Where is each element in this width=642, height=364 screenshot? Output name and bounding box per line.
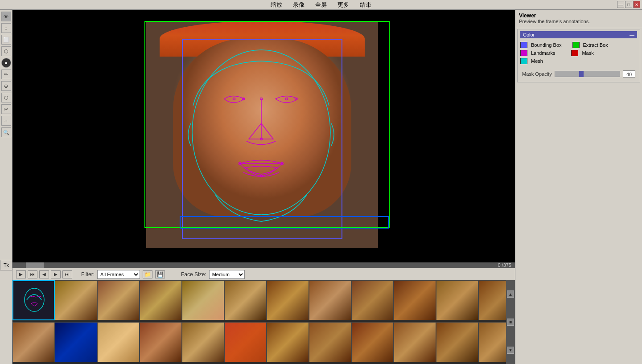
play-button[interactable]: ▶ xyxy=(16,270,26,278)
filter-select[interactable]: All Frames Detected Only Not Detected xyxy=(97,270,140,279)
thumbnail-23[interactable] xyxy=(394,322,436,362)
mask-opacity-value: 40 xyxy=(623,70,635,78)
extract-box-swatch xyxy=(572,42,580,48)
color-row-1: Bounding Box Extract Box xyxy=(520,42,637,48)
mask-opacity-row: Mask Opacity 40 xyxy=(522,70,635,78)
mask-opacity-label: Mask Opacity xyxy=(522,71,552,77)
filmstrip: ▲ ■ ▼ xyxy=(12,280,515,364)
thumbnail-1[interactable] xyxy=(55,280,97,320)
filter-label: Filter: xyxy=(81,271,95,278)
thumbnail-22[interactable] xyxy=(351,322,394,362)
skip-end-button[interactable]: ⏭ xyxy=(62,270,72,278)
landmarks-swatch xyxy=(520,50,527,56)
scroll-down-button[interactable]: ▼ xyxy=(507,347,514,354)
face-size-label: Face Size: xyxy=(181,271,206,278)
tool-zoom[interactable]: 🔍 xyxy=(1,127,11,137)
landmarks-label: Landmarks xyxy=(531,50,555,56)
thumbnail-17[interactable] xyxy=(140,322,182,362)
tool-polygon[interactable]: ⬡ xyxy=(1,46,11,56)
maximize-button[interactable]: □ xyxy=(625,1,632,8)
menu-bar: 缩放 录像 全屏 更多 结束 xyxy=(271,1,371,9)
mask-opacity-slider[interactable] xyxy=(555,71,620,77)
main-layout: 👁 ↕ ⬜ ⬡ ● ✏ ⊕ ⬡ ✂ ↔ 🔍 xyxy=(0,10,642,364)
thumbnail-5[interactable] xyxy=(224,280,267,320)
right-panel-spacer xyxy=(515,84,642,364)
tool-circle[interactable]: ● xyxy=(1,58,11,68)
close-button[interactable]: ✕ xyxy=(633,1,640,8)
color-panel-collapse[interactable]: — xyxy=(630,32,634,37)
prev-button[interactable]: ◀ xyxy=(39,270,49,278)
tool-eye[interactable]: 👁 xyxy=(1,12,11,21)
filmstrip-row1 xyxy=(12,280,515,320)
color-panel-header: Color — xyxy=(520,31,637,38)
minimize-button[interactable]: — xyxy=(617,1,624,8)
tool-resize[interactable]: ↔ xyxy=(1,116,11,126)
tool-cut[interactable]: ✂ xyxy=(1,104,11,114)
thumbnail-21[interactable] xyxy=(309,322,351,362)
frame-position: 0 /375 xyxy=(498,262,511,268)
scroll-mid-button[interactable]: ■ xyxy=(507,319,514,326)
folder-button[interactable]: 📁 xyxy=(143,270,152,278)
thumbnail-2[interactable] xyxy=(97,280,140,320)
extract-box-label: Extract Box xyxy=(583,42,608,48)
filter-section: Filter: All Frames Detected Only Not Det… xyxy=(81,270,165,279)
thumbnail-7[interactable] xyxy=(309,280,351,320)
tool-rect[interactable]: ⬜ xyxy=(1,35,11,45)
mesh-label: Mesh xyxy=(531,58,543,64)
viewer-description: Preview the frame's annotations. xyxy=(519,19,638,24)
viewer-title: Viewer xyxy=(519,12,638,19)
playback-bar: ▶ ⏮ ◀ ▶ ⏭ Filter: All Frames Detected On… xyxy=(12,268,515,280)
thumbnail-10[interactable] xyxy=(436,280,478,320)
face-size-section: Face Size: Medium Small Large All xyxy=(181,270,245,279)
mask-label: Mask xyxy=(582,50,593,56)
window-controls: — □ ✕ xyxy=(617,1,640,8)
thumbnail-9[interactable] xyxy=(394,280,436,320)
thumbnail-3[interactable] xyxy=(140,280,182,320)
color-row-2: Landmarks Mask xyxy=(520,50,637,56)
viewer-info: Viewer Preview the frame's annotations. xyxy=(515,10,642,27)
menu-zoom[interactable]: 缩放 xyxy=(271,1,282,9)
filmstrip-scroll: ▲ ■ ▼ xyxy=(506,280,515,364)
skip-start-button[interactable]: ⏮ xyxy=(28,270,37,278)
filmstrip-row2 xyxy=(12,322,515,362)
mesh-swatch xyxy=(520,58,527,64)
thumbnail-15[interactable] xyxy=(55,322,97,362)
menu-record[interactable]: 录像 xyxy=(293,1,305,9)
face-image xyxy=(146,21,378,248)
menu-end[interactable]: 结束 xyxy=(360,1,371,9)
color-panel: Color — Bounding Box Extract Box Landmar… xyxy=(517,29,640,82)
menu-more[interactable]: 更多 xyxy=(337,1,349,9)
mask-swatch xyxy=(571,50,578,56)
scroll-up-button[interactable]: ▲ xyxy=(507,290,514,298)
color-items: Bounding Box Extract Box Landmarks Mask … xyxy=(520,38,637,68)
tool-shape[interactable]: ⬡ xyxy=(1,93,11,102)
thumbnail-18[interactable] xyxy=(182,322,224,362)
tool-pen[interactable]: ✏ xyxy=(1,70,11,79)
thumbnail-20[interactable] xyxy=(267,322,309,362)
thumbnail-0[interactable] xyxy=(12,280,55,320)
video-viewer xyxy=(12,10,515,262)
thumbnail-16[interactable] xyxy=(97,322,140,362)
tool-add[interactable]: ⊕ xyxy=(1,81,11,91)
left-toolbar: 👁 ↕ ⬜ ⬡ ● ✏ ⊕ ⬡ ✂ ↔ 🔍 xyxy=(0,10,12,364)
thumbnail-4[interactable] xyxy=(182,280,224,320)
thumbnail-19[interactable] xyxy=(224,322,267,362)
title-bar: 缩放 录像 全屏 更多 结束 — □ ✕ xyxy=(0,0,642,10)
canvas-area xyxy=(12,10,515,262)
tool-arrow[interactable]: ↕ xyxy=(1,23,11,33)
thumbnail-6[interactable] xyxy=(267,280,309,320)
center-area: 0 /375 ▶ ⏮ ◀ ▶ ⏭ Filter: All Frames Dete… xyxy=(12,10,515,364)
menu-fullscreen[interactable]: 全屏 xyxy=(315,1,327,9)
thumbnail-14[interactable] xyxy=(12,322,55,362)
color-row-3: Mesh xyxy=(520,58,637,64)
save-button[interactable]: 💾 xyxy=(155,270,165,278)
right-panel: Viewer Preview the frame's annotations. … xyxy=(515,10,642,364)
scrollbar-thumb[interactable] xyxy=(26,262,44,268)
viewer-scrollbar[interactable]: 0 /375 xyxy=(12,262,515,268)
thumbnail-8[interactable] xyxy=(351,280,394,320)
next-button[interactable]: ▶ xyxy=(51,270,61,278)
bounding-box-swatch xyxy=(520,42,527,48)
bounding-box-label: Bounding Box xyxy=(531,42,562,48)
face-size-select[interactable]: Medium Small Large All xyxy=(209,270,245,279)
thumbnail-24[interactable] xyxy=(436,322,478,362)
